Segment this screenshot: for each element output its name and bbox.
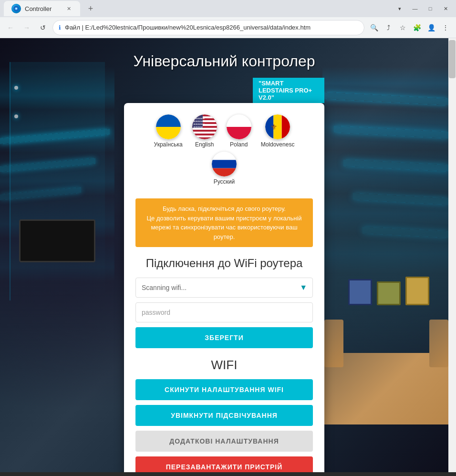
lang-item-moldova[interactable]: ⚜ Moldovenesc bbox=[261, 114, 295, 148]
lang-item-english[interactable]: ★★★★★★ ★★★★★ ★★★★★★ ★★★★★ English bbox=[192, 114, 217, 148]
window-controls: ▾ — □ ✕ bbox=[393, 3, 452, 14]
flag-moldova: ⚜ bbox=[265, 114, 290, 139]
lang-label-poland: Poland bbox=[230, 141, 248, 148]
language-row-1: Українська bbox=[154, 114, 295, 148]
window-minimize-button[interactable]: ▾ bbox=[393, 3, 406, 14]
window-maximize-button[interactable]: □ bbox=[424, 3, 437, 14]
wifi-title: WIFI bbox=[135, 358, 313, 373]
svg-text:⚜: ⚜ bbox=[270, 123, 277, 131]
ssid-input[interactable] bbox=[135, 278, 313, 298]
tab-title: Controller bbox=[25, 5, 52, 12]
enable-backlight-button[interactable]: УВІМКНУТИ ПІДСВІЧУВАННЯ bbox=[135, 405, 313, 426]
svg-rect-28 bbox=[212, 152, 237, 160]
forward-button[interactable]: → bbox=[20, 21, 33, 34]
svg-rect-25 bbox=[282, 114, 290, 139]
svg-rect-8 bbox=[192, 116, 217, 118]
lang-item-russian[interactable]: Русский bbox=[212, 152, 237, 185]
page-content: Універсальний контролер "SMART LEDSTAIRS… bbox=[0, 38, 448, 472]
extensions-icon[interactable]: 🧩 bbox=[410, 21, 424, 34]
profile-icon[interactable]: 👤 bbox=[425, 21, 438, 34]
url-text: Файл | E:/Led%20lestnica/Прошивки/new%20… bbox=[65, 24, 358, 31]
browser-tab[interactable]: Controller ✕ bbox=[4, 1, 80, 16]
browser-chrome: Controller ✕ + ▾ — □ ✕ ← → ↺ ℹ Файл | E:… bbox=[0, 0, 456, 38]
url-bar[interactable]: ℹ Файл | E:/Led%20lestnica/Прошивки/new%… bbox=[52, 20, 364, 35]
search-icon[interactable]: 🔍 bbox=[367, 21, 381, 34]
security-icon: ℹ bbox=[59, 24, 61, 31]
svg-text:★★★★★: ★★★★★ bbox=[193, 125, 203, 128]
browser-favicon bbox=[11, 4, 21, 13]
content-area: Універсальний контролер "SMART LEDSTAIRS… bbox=[0, 38, 456, 472]
language-row-2: Русский bbox=[212, 152, 237, 185]
password-input[interactable] bbox=[135, 302, 313, 322]
flag-poland bbox=[227, 114, 251, 139]
tab-close-button[interactable]: ✕ bbox=[65, 5, 73, 12]
reset-wifi-button[interactable]: СКИНУТИ НАЛАШТУВАННЯ WIFI bbox=[135, 379, 313, 400]
language-section: Українська bbox=[135, 114, 313, 189]
warning-text: Будь ласка, підключіться до свого роутер… bbox=[147, 205, 302, 240]
back-button[interactable]: ← bbox=[4, 21, 17, 34]
svg-rect-30 bbox=[212, 168, 237, 176]
main-card: Українська bbox=[124, 103, 324, 472]
lang-label-english: English bbox=[195, 141, 214, 148]
svg-rect-29 bbox=[212, 160, 237, 168]
svg-rect-13 bbox=[192, 135, 217, 137]
svg-rect-12 bbox=[192, 132, 217, 134]
svg-point-2 bbox=[16, 8, 17, 10]
lang-label-moldova: Moldovenesc bbox=[261, 141, 295, 148]
lang-item-poland[interactable]: Poland bbox=[227, 114, 251, 148]
window-close-button[interactable]: ✕ bbox=[439, 3, 452, 14]
dropdown-icon: ▼ bbox=[300, 283, 307, 292]
app-subtitle: "SMART LEDSTAIRS PRO+ V2.0" bbox=[253, 78, 324, 103]
share-icon[interactable]: ⤴ bbox=[382, 21, 395, 34]
new-tab-button[interactable]: + bbox=[84, 2, 97, 15]
lang-label-ukraine: Українська bbox=[154, 141, 183, 148]
flag-usa: ★★★★★★ ★★★★★ ★★★★★★ ★★★★★ bbox=[192, 114, 217, 139]
restart-button[interactable]: ПЕРЕЗАВАНТАЖИТИ ПРИСТРІЙ bbox=[135, 456, 313, 472]
lang-item-ukraine[interactable]: Українська bbox=[154, 114, 183, 148]
svg-rect-21 bbox=[227, 127, 251, 139]
page-title: Універсальний контролер bbox=[134, 52, 315, 70]
bookmark-icon[interactable]: ☆ bbox=[396, 21, 409, 34]
flag-ukraine bbox=[156, 114, 181, 139]
reload-button[interactable]: ↺ bbox=[36, 21, 50, 34]
svg-rect-20 bbox=[227, 114, 251, 127]
svg-rect-4 bbox=[156, 114, 181, 127]
additional-settings-button[interactable]: ДОДАТКОВІ НАЛАШТУВАННЯ bbox=[135, 431, 313, 452]
toolbar-icons: 🔍 ⤴ ☆ 🧩 👤 ⋮ bbox=[367, 21, 452, 34]
flag-russia bbox=[212, 152, 237, 176]
wifi-section-title: Підключення до WiFi роутера bbox=[135, 257, 313, 270]
password-input-group bbox=[135, 302, 313, 322]
ssid-input-group: ▼ bbox=[135, 278, 313, 298]
address-bar: ← → ↺ ℹ Файл | E:/Led%20lestnica/Прошивк… bbox=[0, 17, 456, 38]
title-bar: Controller ✕ + ▾ — □ ✕ bbox=[0, 0, 456, 17]
scrollbar-thumb[interactable] bbox=[449, 40, 456, 78]
warning-box: Будь ласка, підключіться до свого роутер… bbox=[135, 198, 313, 247]
menu-icon[interactable]: ⋮ bbox=[439, 21, 452, 34]
save-button[interactable]: ЗБЕРЕГТИ bbox=[135, 327, 313, 348]
svg-rect-5 bbox=[156, 127, 181, 139]
scrollbar[interactable] bbox=[448, 38, 456, 472]
window-minimize-button2[interactable]: — bbox=[408, 3, 422, 14]
lang-label-russian: Русский bbox=[214, 178, 235, 185]
